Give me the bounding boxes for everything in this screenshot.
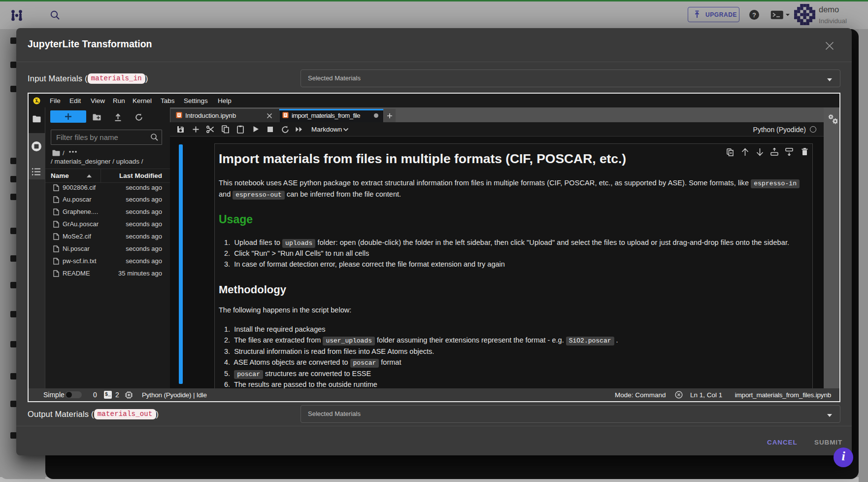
svg-text:?: ? bbox=[752, 11, 756, 19]
